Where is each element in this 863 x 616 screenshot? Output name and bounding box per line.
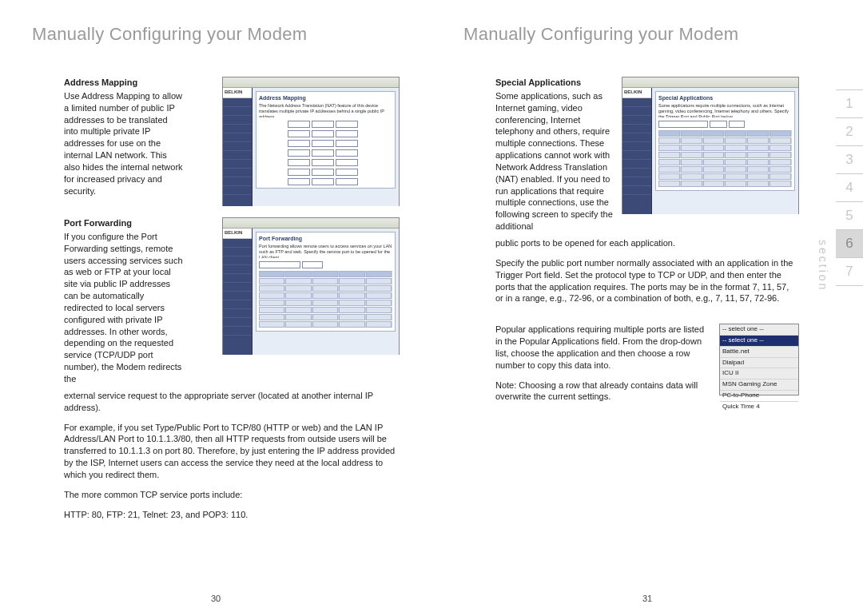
am-panel-desc: The Network Address Translation (NAT) fe…	[259, 103, 392, 117]
page-number-left: 30	[0, 594, 432, 603]
pf-panel-desc: Port forwarding allows remote users to a…	[259, 244, 392, 258]
section-nav-7[interactable]: 7	[836, 257, 863, 286]
block-port-forwarding: Port Forwarding If you configure the Por…	[64, 217, 400, 528]
popapp-option: MSN Gaming Zone	[720, 380, 798, 391]
block-address-mapping: Address Mapping Use Address Mapping to a…	[64, 77, 400, 206]
section-nav-4[interactable]: 4	[836, 173, 863, 201]
popapp-option: Quick Time 4	[720, 402, 798, 411]
screenshot-address-mapping: BELKIN Address Mapping The Network Addre…	[222, 77, 400, 206]
block-special-applications: Special Applications Some applications, …	[495, 77, 799, 312]
am-panel-title: Address Mapping	[259, 94, 392, 101]
page-right: Manually Configuring your Modem Special …	[432, 0, 863, 616]
text-sa1: Some applications, such as Internet gami…	[495, 90, 615, 232]
page-title-left: Manually Configuring your Modem	[32, 24, 400, 45]
text-pf4: The more common TCP service ports includ…	[64, 489, 400, 501]
popapp-option: PC-to-Phone	[720, 391, 798, 402]
section-nav-5[interactable]: 5	[836, 201, 863, 229]
popapp-option: Battle.net	[720, 347, 798, 358]
section-nav-1[interactable]: 1	[836, 89, 863, 117]
section-nav-6[interactable]: 6	[836, 229, 863, 257]
popapp-option: Dialpad	[720, 358, 798, 369]
section-nav: 1 2 3 4 5 6 7	[836, 89, 863, 286]
section-nav-3[interactable]: 3	[836, 145, 863, 173]
sa-panel-title: Special Applications	[658, 94, 792, 101]
heading-special-applications: Special Applications	[495, 77, 615, 89]
popapps-dropdown-image: -- select one -- -- select one -- Battle…	[719, 324, 799, 395]
section-label: section	[817, 240, 829, 292]
text-sa2: Specify the public port number normally …	[495, 257, 799, 304]
screenshot-brand: BELKIN	[223, 88, 252, 98]
sa-panel-desc: Some applications require multiple conne…	[658, 103, 792, 117]
text-pf5: HTTP: 80, FTP: 21, Telnet: 23, and POP3:…	[64, 509, 400, 521]
screenshot-special-applications: BELKIN Special Applications Some applica…	[622, 77, 799, 214]
popapp-option: -- select one --	[720, 324, 798, 336]
text-address-mapping: Use Address Mapping to allow a limited n…	[64, 90, 184, 197]
section-nav-2[interactable]: 2	[836, 117, 863, 145]
heading-address-mapping: Address Mapping	[64, 77, 184, 89]
content-left: Address Mapping Use Address Mapping to a…	[32, 77, 400, 528]
popapp-option-selected: -- select one --	[720, 336, 798, 347]
screenshot-port-forwarding: BELKIN Port Forwarding Port forwarding a…	[222, 217, 400, 355]
screenshot-brand-sa: BELKIN	[622, 88, 651, 98]
text-pf1: If you configure the Port Forwarding set…	[64, 231, 184, 385]
page-title-right: Manually Configuring your Modem	[463, 24, 831, 45]
content-right: Special Applications Some applications, …	[463, 77, 831, 411]
page-left: Manually Configuring your Modem Address …	[0, 0, 432, 616]
page-number-right: 31	[432, 594, 863, 603]
text-pf2: external service request to the appropri…	[64, 390, 400, 414]
popapp-option: ICU II	[720, 368, 798, 380]
text-sa1b: public ports to be opened for each appli…	[495, 237, 799, 249]
screenshot-brand-pf: BELKIN	[223, 229, 252, 239]
heading-port-forwarding: Port Forwarding	[64, 217, 184, 229]
text-pf3: For example, if you set Type/Public Port…	[64, 422, 400, 481]
block-popapps: -- select one -- -- select one -- Battle…	[495, 324, 799, 411]
pf-panel-title: Port Forwarding	[259, 235, 392, 242]
